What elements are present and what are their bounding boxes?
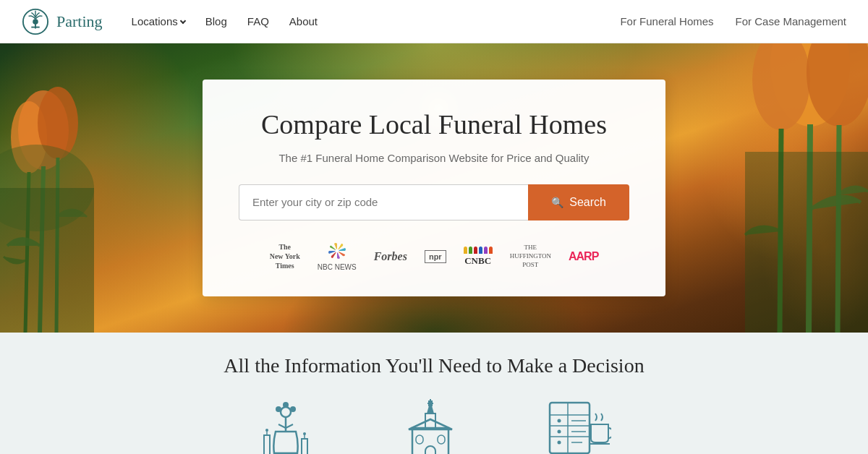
svg-rect-28 bbox=[264, 435, 270, 454]
svg-point-19 bbox=[335, 249, 339, 252]
nbc-peacock-icon bbox=[327, 242, 347, 263]
svg-point-30 bbox=[265, 429, 268, 432]
svg-point-21 bbox=[283, 402, 289, 408]
nav-about[interactable]: About bbox=[289, 15, 318, 27]
search-button[interactable]: 🔍 Search bbox=[528, 184, 629, 220]
hero-title: Compare Local Funeral Homes bbox=[239, 108, 629, 142]
hero-section: Compare Local Funeral Homes The #1 Funer… bbox=[0, 43, 868, 333]
bottom-section: All the Information You'll Need to Make … bbox=[0, 333, 868, 454]
nbc-logo: NBC NEWS bbox=[318, 242, 357, 271]
cnbc-waves-icon bbox=[464, 247, 493, 254]
flower-vase-item bbox=[257, 399, 315, 454]
svg-rect-43 bbox=[438, 435, 445, 444]
svg-rect-39 bbox=[412, 428, 448, 454]
huffington-post-logo: THEHUFFINGTONPOST bbox=[510, 244, 551, 269]
church-icon bbox=[401, 399, 459, 454]
svg-line-25 bbox=[278, 424, 286, 428]
logo-link[interactable]: Parting bbox=[22, 8, 103, 35]
logo-text: Parting bbox=[56, 12, 103, 31]
svg-point-20 bbox=[281, 407, 291, 417]
svg-line-26 bbox=[286, 424, 293, 428]
navigation: Parting Locations Blog FAQ About For Fun… bbox=[0, 0, 868, 43]
nav-blog[interactable]: Blog bbox=[205, 15, 227, 27]
svg-rect-41 bbox=[425, 446, 435, 454]
svg-point-50 bbox=[558, 430, 561, 434]
pricing-table-item bbox=[546, 399, 611, 454]
aarp-logo: AARP bbox=[569, 250, 598, 263]
nav-links: Locations Blog FAQ About bbox=[132, 15, 621, 27]
svg-rect-42 bbox=[416, 435, 423, 444]
icons-row bbox=[0, 399, 868, 454]
cnbc-logo: CNBC bbox=[464, 247, 493, 267]
nyt-logo: TheNew YorkTimes bbox=[270, 242, 300, 270]
chevron-down-icon bbox=[180, 17, 186, 23]
svg-rect-31 bbox=[302, 439, 307, 454]
nav-right-links: For Funeral Homes For Case Management bbox=[620, 15, 846, 27]
media-logos: TheNew YorkTimes NBC NEWS bbox=[239, 242, 629, 271]
svg-point-22 bbox=[276, 406, 281, 412]
svg-rect-44 bbox=[550, 403, 590, 453]
nav-funeral-homes[interactable]: For Funeral Homes bbox=[620, 15, 713, 27]
logo-icon bbox=[22, 8, 49, 35]
svg-point-33 bbox=[303, 432, 306, 435]
nav-faq[interactable]: FAQ bbox=[247, 15, 269, 27]
search-row: 🔍 Search bbox=[239, 184, 629, 220]
pricing-table-icon bbox=[546, 399, 611, 454]
forbes-logo: Forbes bbox=[374, 250, 407, 263]
svg-point-49 bbox=[558, 419, 561, 423]
svg-point-51 bbox=[558, 441, 561, 445]
search-input[interactable] bbox=[239, 184, 528, 220]
church-item bbox=[401, 399, 459, 454]
npr-logo: npr bbox=[425, 250, 446, 263]
flower-vase-icon bbox=[257, 399, 315, 454]
hero-card: Compare Local Funeral Homes The #1 Funer… bbox=[203, 80, 665, 296]
search-icon: 🔍 bbox=[551, 197, 563, 208]
nav-case-management[interactable]: For Case Management bbox=[736, 15, 846, 27]
hero-subtitle: The #1 Funeral Home Comparison Website f… bbox=[239, 152, 629, 164]
bottom-title: All the Information You'll Need to Make … bbox=[0, 354, 868, 377]
nav-locations[interactable]: Locations bbox=[132, 15, 185, 27]
svg-point-23 bbox=[290, 406, 296, 412]
